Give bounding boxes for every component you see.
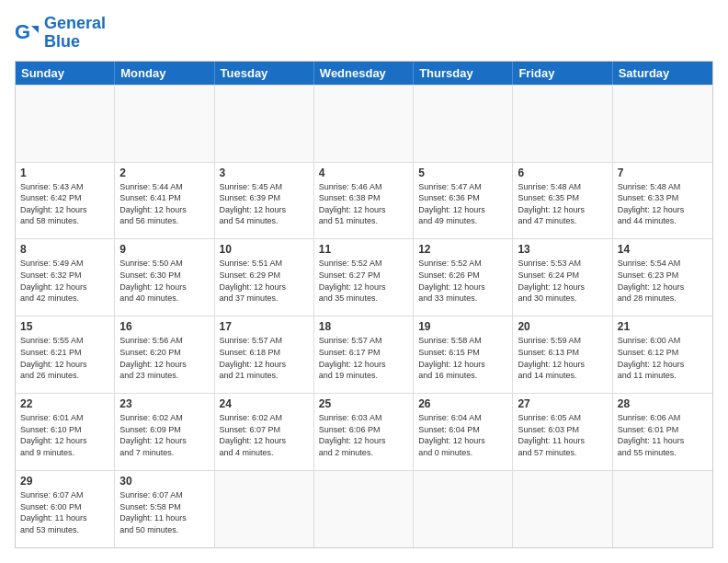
- day-info: Sunrise: 5:55 AM Sunset: 6:21 PM Dayligh…: [20, 335, 109, 381]
- calendar-cell: 22Sunrise: 6:01 AM Sunset: 6:10 PM Dayli…: [16, 394, 115, 470]
- weekday-header: Saturday: [613, 62, 712, 85]
- day-number: 13: [518, 243, 607, 256]
- day-info: Sunrise: 5:58 AM Sunset: 6:15 PM Dayligh…: [418, 335, 507, 381]
- day-info: Sunrise: 6:07 AM Sunset: 5:58 PM Dayligh…: [119, 489, 209, 535]
- calendar-cell: [314, 471, 414, 547]
- weekday-header: Monday: [115, 62, 214, 85]
- calendar-cell: [613, 86, 712, 162]
- day-number: 2: [119, 167, 209, 179]
- calendar-cell: 25Sunrise: 6:03 AM Sunset: 6:06 PM Dayli…: [314, 394, 414, 470]
- calendar-cell: 10Sunrise: 5:51 AM Sunset: 6:29 PM Dayli…: [215, 239, 314, 316]
- calendar-cell: [513, 86, 612, 162]
- calendar-cell: 4Sunrise: 5:46 AM Sunset: 6:38 PM Daylig…: [314, 163, 414, 239]
- calendar-cell: [115, 86, 214, 162]
- day-info: Sunrise: 5:59 AM Sunset: 6:13 PM Dayligh…: [518, 335, 607, 381]
- calendar-cell: 14Sunrise: 5:54 AM Sunset: 6:23 PM Dayli…: [613, 239, 712, 316]
- calendar-cell: 6Sunrise: 5:48 AM Sunset: 6:35 PM Daylig…: [513, 163, 612, 239]
- day-number: 28: [618, 397, 708, 410]
- day-info: Sunrise: 5:56 AM Sunset: 6:20 PM Dayligh…: [119, 335, 209, 381]
- calendar-cell: 23Sunrise: 6:02 AM Sunset: 6:09 PM Dayli…: [115, 394, 214, 470]
- day-number: 22: [20, 397, 109, 410]
- calendar-cell: [414, 86, 513, 162]
- calendar-row: 8Sunrise: 5:49 AM Sunset: 6:32 PM Daylig…: [16, 238, 712, 316]
- calendar-row: 15Sunrise: 5:55 AM Sunset: 6:21 PM Dayli…: [16, 316, 712, 393]
- day-number: 3: [220, 167, 309, 179]
- calendar-cell: 29Sunrise: 6:07 AM Sunset: 6:00 PM Dayli…: [16, 471, 115, 547]
- day-number: 4: [319, 167, 408, 179]
- day-number: 21: [618, 320, 708, 333]
- day-number: 23: [119, 397, 209, 410]
- calendar-cell: 12Sunrise: 5:52 AM Sunset: 6:26 PM Dayli…: [414, 239, 513, 316]
- day-info: Sunrise: 5:51 AM Sunset: 6:29 PM Dayligh…: [220, 258, 309, 304]
- day-info: Sunrise: 6:02 AM Sunset: 6:07 PM Dayligh…: [220, 412, 309, 458]
- day-info: Sunrise: 6:03 AM Sunset: 6:06 PM Dayligh…: [319, 412, 408, 458]
- day-number: 1: [20, 167, 109, 179]
- day-number: 11: [319, 243, 408, 256]
- day-info: Sunrise: 5:47 AM Sunset: 6:36 PM Dayligh…: [418, 181, 507, 227]
- calendar-cell: 30Sunrise: 6:07 AM Sunset: 5:58 PM Dayli…: [115, 471, 214, 547]
- day-number: 25: [319, 397, 408, 410]
- header: G General Blue: [15, 15, 713, 52]
- calendar: SundayMondayTuesdayWednesdayThursdayFrid…: [15, 61, 713, 548]
- calendar-cell: [513, 471, 612, 547]
- day-number: 9: [119, 243, 209, 256]
- calendar-cell: 20Sunrise: 5:59 AM Sunset: 6:13 PM Dayli…: [513, 316, 612, 393]
- day-info: Sunrise: 5:52 AM Sunset: 6:27 PM Dayligh…: [319, 258, 408, 304]
- day-info: Sunrise: 5:50 AM Sunset: 6:30 PM Dayligh…: [119, 258, 209, 304]
- day-number: 29: [20, 475, 109, 488]
- calendar-body: 1Sunrise: 5:43 AM Sunset: 6:42 PM Daylig…: [16, 85, 712, 547]
- calendar-cell: [613, 471, 712, 547]
- calendar-cell: 7Sunrise: 5:48 AM Sunset: 6:33 PM Daylig…: [613, 163, 712, 239]
- svg-text:G: G: [15, 20, 30, 43]
- day-number: 12: [418, 243, 507, 256]
- calendar-cell: 24Sunrise: 6:02 AM Sunset: 6:07 PM Dayli…: [215, 394, 314, 470]
- page: G General Blue SundayMondayTuesdayWednes…: [0, 0, 728, 563]
- calendar-cell: 15Sunrise: 5:55 AM Sunset: 6:21 PM Dayli…: [16, 316, 115, 393]
- day-number: 19: [418, 320, 507, 333]
- calendar-cell: 26Sunrise: 6:04 AM Sunset: 6:04 PM Dayli…: [414, 394, 513, 470]
- svg-marker-1: [31, 26, 39, 33]
- weekday-header: Sunday: [16, 62, 115, 85]
- day-number: 15: [20, 320, 109, 333]
- calendar-cell: 19Sunrise: 5:58 AM Sunset: 6:15 PM Dayli…: [414, 316, 513, 393]
- day-number: 17: [220, 320, 309, 333]
- calendar-cell: 13Sunrise: 5:53 AM Sunset: 6:24 PM Dayli…: [513, 239, 612, 316]
- weekday-header: Tuesday: [215, 62, 314, 85]
- day-info: Sunrise: 5:52 AM Sunset: 6:26 PM Dayligh…: [418, 258, 507, 304]
- calendar-row: 29Sunrise: 6:07 AM Sunset: 6:00 PM Dayli…: [16, 470, 712, 547]
- day-info: Sunrise: 6:02 AM Sunset: 6:09 PM Dayligh…: [119, 412, 209, 458]
- calendar-cell: 18Sunrise: 5:57 AM Sunset: 6:17 PM Dayli…: [314, 316, 414, 393]
- weekday-header: Wednesday: [314, 62, 414, 85]
- day-info: Sunrise: 6:04 AM Sunset: 6:04 PM Dayligh…: [418, 412, 507, 458]
- calendar-cell: 17Sunrise: 5:57 AM Sunset: 6:18 PM Dayli…: [215, 316, 314, 393]
- logo-text: General Blue: [44, 15, 106, 52]
- day-number: 24: [220, 397, 309, 410]
- day-number: 27: [518, 397, 607, 410]
- day-number: 16: [119, 320, 209, 333]
- calendar-cell: 8Sunrise: 5:49 AM Sunset: 6:32 PM Daylig…: [16, 239, 115, 316]
- day-number: 20: [518, 320, 607, 333]
- day-info: Sunrise: 5:45 AM Sunset: 6:39 PM Dayligh…: [220, 181, 309, 227]
- calendar-cell: 3Sunrise: 5:45 AM Sunset: 6:39 PM Daylig…: [215, 163, 314, 239]
- day-info: Sunrise: 6:01 AM Sunset: 6:10 PM Dayligh…: [20, 412, 109, 458]
- calendar-cell: 11Sunrise: 5:52 AM Sunset: 6:27 PM Dayli…: [314, 239, 414, 316]
- logo: G General Blue: [15, 15, 106, 52]
- calendar-cell: 1Sunrise: 5:43 AM Sunset: 6:42 PM Daylig…: [16, 163, 115, 239]
- day-info: Sunrise: 5:44 AM Sunset: 6:41 PM Dayligh…: [119, 181, 209, 227]
- calendar-cell: 28Sunrise: 6:06 AM Sunset: 6:01 PM Dayli…: [613, 394, 712, 470]
- day-info: Sunrise: 5:49 AM Sunset: 6:32 PM Dayligh…: [20, 258, 109, 304]
- calendar-cell: 2Sunrise: 5:44 AM Sunset: 6:41 PM Daylig…: [115, 163, 214, 239]
- day-info: Sunrise: 6:05 AM Sunset: 6:03 PM Dayligh…: [518, 412, 607, 458]
- day-number: 26: [418, 397, 507, 410]
- calendar-cell: [215, 471, 314, 547]
- logo-icon: G: [15, 20, 40, 46]
- calendar-row: 1Sunrise: 5:43 AM Sunset: 6:42 PM Daylig…: [16, 162, 712, 239]
- calendar-cell: 9Sunrise: 5:50 AM Sunset: 6:30 PM Daylig…: [115, 239, 214, 316]
- calendar-cell: 5Sunrise: 5:47 AM Sunset: 6:36 PM Daylig…: [414, 163, 513, 239]
- day-number: 8: [20, 243, 109, 256]
- day-info: Sunrise: 5:46 AM Sunset: 6:38 PM Dayligh…: [319, 181, 408, 227]
- calendar-header: SundayMondayTuesdayWednesdayThursdayFrid…: [16, 62, 712, 85]
- calendar-cell: [16, 86, 115, 162]
- day-info: Sunrise: 5:43 AM Sunset: 6:42 PM Dayligh…: [20, 181, 109, 227]
- day-info: Sunrise: 5:48 AM Sunset: 6:35 PM Dayligh…: [518, 181, 607, 227]
